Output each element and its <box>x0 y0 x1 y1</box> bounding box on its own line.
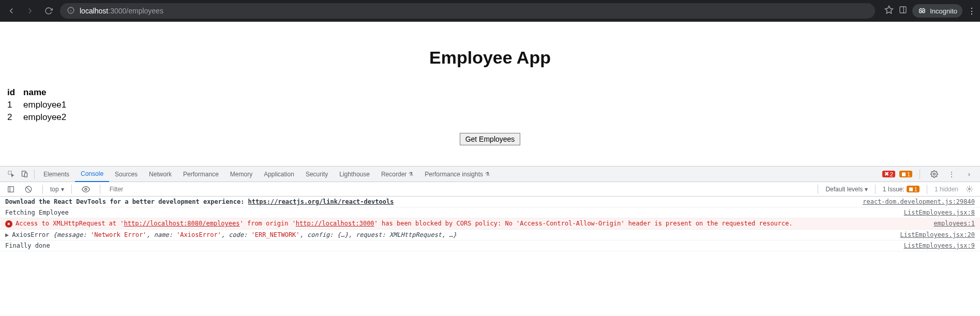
url-text: localhost:3000/employees <box>80 7 163 15</box>
cell-name: employee1 <box>19 99 70 111</box>
devtools-tab-bar: Elements Console Sources Network Perform… <box>0 167 980 182</box>
svg-rect-8 <box>8 171 11 174</box>
tab-perf-insights[interactable]: Performance insights ⚗ <box>419 167 495 182</box>
device-toggle-icon[interactable] <box>18 168 31 181</box>
back-button[interactable] <box>4 4 19 18</box>
svg-point-16 <box>85 188 87 190</box>
svg-point-6 <box>919 10 922 13</box>
svg-rect-12 <box>8 186 14 192</box>
tab-elements[interactable]: Elements <box>38 167 75 182</box>
site-info-icon[interactable] <box>67 7 74 16</box>
employee-table: id name 1 employee1 2 employee2 <box>3 86 70 124</box>
svg-marker-3 <box>885 6 893 13</box>
inspect-icon[interactable] <box>4 168 18 181</box>
log-entry: Download the React DevTools for a better… <box>0 197 980 207</box>
flask-icon: ⚗ <box>485 171 490 177</box>
address-bar[interactable]: localhost:3000/employees <box>60 3 875 19</box>
console-sidebar-toggle-icon[interactable] <box>4 183 18 196</box>
source-link[interactable]: ListEmployees.jsx:8 <box>894 209 975 216</box>
get-employees-button[interactable]: Get Employees <box>460 133 521 145</box>
col-id: id <box>3 86 19 99</box>
log-entry: Fetching Employee ListEmployees.jsx:8 <box>0 207 980 218</box>
forward-button[interactable] <box>23 4 37 18</box>
svg-point-7 <box>923 10 925 13</box>
reload-button[interactable] <box>41 4 56 18</box>
devtools-panel: Elements Console Sources Network Perform… <box>0 166 980 251</box>
tab-security[interactable]: Security <box>300 167 334 182</box>
tab-performance[interactable]: Performance <box>177 167 224 182</box>
error-count-badge[interactable]: ✖ 2 <box>882 171 895 177</box>
svg-point-17 <box>968 188 970 190</box>
expand-arrow-icon[interactable]: ▶ <box>5 231 9 238</box>
execution-context[interactable]: top ▾ <box>50 186 64 193</box>
tab-memory[interactable]: Memory <box>224 167 258 182</box>
settings-icon[interactable] <box>927 168 941 181</box>
console-log: Download the React DevTools for a better… <box>0 197 980 251</box>
source-link[interactable]: ListEmployees.jsx:9 <box>894 242 975 249</box>
svg-point-11 <box>933 173 935 175</box>
issues-button[interactable]: 1 Issue: ◼ 1 <box>883 186 919 193</box>
url-link[interactable]: http://localhost:3000 <box>296 220 374 227</box>
flask-icon: ⚗ <box>409 171 413 177</box>
devtools-menu-icon[interactable]: ⋮ <box>945 168 958 181</box>
console-toolbar: top ▾ Default levels ▾ 1 Issue: ◼ 1 1 hi… <box>0 182 980 197</box>
menu-icon[interactable]: ⋮ <box>968 6 976 16</box>
col-name: name <box>19 86 70 99</box>
source-link[interactable]: ListEmployees.jsx:20 <box>890 231 975 238</box>
page-title: Employee App <box>0 48 980 68</box>
svg-line-15 <box>26 187 31 191</box>
bookmark-icon[interactable] <box>884 5 894 17</box>
log-entry: Finally done ListEmployees.jsx:9 <box>0 240 980 251</box>
clear-console-icon[interactable] <box>22 183 35 196</box>
log-entry[interactable]: ▶ AxiosError {message: 'Network Error', … <box>0 230 980 240</box>
warning-count-badge[interactable]: ◼ 1 <box>899 171 912 177</box>
log-entry-error: ✖ Access to XMLHttpRequest at 'http://lo… <box>0 218 980 230</box>
source-link[interactable]: employees:1 <box>924 220 975 227</box>
page-content: Employee App id name 1 employee1 2 emplo… <box>0 22 980 166</box>
devtools-link[interactable]: https://reactjs.org/link/react-devtools <box>248 198 394 205</box>
cell-name: employee2 <box>19 111 70 124</box>
cell-id: 1 <box>3 99 19 111</box>
table-row: 2 employee2 <box>3 111 70 124</box>
tab-sources[interactable]: Sources <box>109 167 143 182</box>
source-link[interactable]: react-dom.development.js:29840 <box>852 198 975 205</box>
tab-recorder[interactable]: Recorder ⚗ <box>375 167 419 182</box>
svg-rect-4 <box>900 7 906 13</box>
incognito-badge[interactable]: Incognito <box>912 4 962 18</box>
incognito-label: Incognito <box>930 7 957 15</box>
tab-lighthouse[interactable]: Lighthouse <box>334 167 375 182</box>
tab-network[interactable]: Network <box>143 167 177 182</box>
error-icon: ✖ <box>5 220 12 228</box>
side-panel-icon[interactable] <box>899 6 907 16</box>
tab-application[interactable]: Application <box>258 167 300 182</box>
log-levels-dropdown[interactable]: Default levels ▾ <box>825 186 867 193</box>
live-expression-icon[interactable] <box>79 183 93 196</box>
filter-input[interactable] <box>108 185 811 194</box>
table-row: 1 employee1 <box>3 99 70 111</box>
url-link[interactable]: http://localhost:8080/employees <box>124 220 240 227</box>
svg-rect-10 <box>24 173 27 177</box>
devtools-close-icon[interactable]: › <box>962 168 976 181</box>
cell-id: 2 <box>3 111 19 124</box>
hidden-count[interactable]: 1 hidden <box>934 186 958 193</box>
tab-console[interactable]: Console <box>75 167 109 182</box>
browser-toolbar: localhost:3000/employees Incognito ⋮ <box>0 0 980 22</box>
table-header-row: id name <box>3 86 70 99</box>
console-settings-icon[interactable] <box>962 183 976 196</box>
